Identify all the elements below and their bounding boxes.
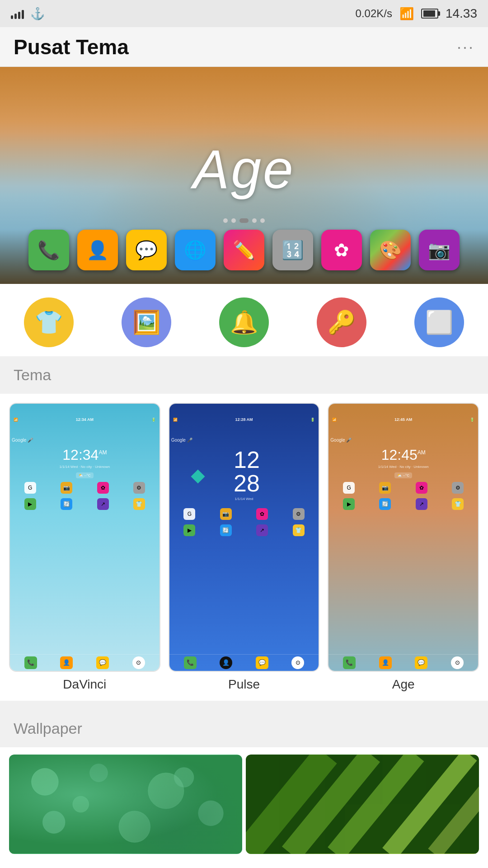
more-menu-button[interactable]: ···	[457, 38, 474, 57]
wallpaper-section-label: Wallpaper	[14, 720, 82, 737]
mock-share-icon: ↗	[97, 498, 109, 510]
mock-davinci-statusbar: 📶 12:34 AM 🔋	[10, 404, 160, 436]
svg-point-3	[148, 773, 184, 809]
mock-dialer-icon: 📞	[24, 656, 37, 669]
theme-name-age: Age	[392, 677, 415, 692]
dot-3-active	[239, 218, 249, 223]
wifi-icon: 📶	[399, 7, 414, 21]
themes-circle-icon: 👕	[24, 297, 74, 347]
mock-sync-icon: 🔄	[61, 498, 72, 510]
usb-icon: ⚓	[30, 7, 45, 21]
hero-dialer-icon: 📞	[28, 230, 69, 270]
dot-2	[231, 218, 236, 223]
mock-pulse-statusbar: 📶 12:28 AM 🔋	[169, 404, 319, 436]
theme-card-age[interactable]: 📶 12:45 AM 🔋 Google 🎤 12:45AM 1/1/14 Wed…	[328, 403, 479, 692]
category-row: 👕 🖼️ 🔔 🔑 ⬜	[0, 284, 488, 356]
theme-preview-age: 📶 12:45 AM 🔋 Google 🎤 12:45AM 1/1/14 Wed…	[328, 403, 479, 672]
svg-rect-0	[9, 755, 242, 854]
wallpaper-section	[0, 747, 488, 868]
wallpaper-thumb-water[interactable]	[9, 755, 242, 854]
wallpaper-grid	[0, 747, 488, 861]
hero-messaging-icon: 💬	[126, 230, 167, 270]
svg-point-6	[198, 801, 224, 826]
category-fonts[interactable]: ⬜	[414, 297, 464, 347]
category-ringtones[interactable]: 🔔	[219, 297, 269, 347]
svg-point-4	[42, 811, 65, 834]
mock-contacts-icon: 👤	[60, 656, 73, 669]
mock-playstore-icon: ▶	[24, 498, 36, 510]
dot-1	[223, 218, 228, 223]
themes-grid: 📶 12:34 AM 🔋 Google 🎤 12:34AM 1/1/14 Wed…	[9, 403, 479, 692]
hero-banner: Age 📞 👤 💬 🌐 ✏️ 🔢 ✿ 🎨 📷	[0, 67, 488, 284]
dot-5	[260, 218, 265, 223]
mock-chrome-icon: ⊙	[132, 656, 145, 669]
theme-card-davinci[interactable]: 📶 12:34 AM 🔋 Google 🎤 12:34AM 1/1/14 Wed…	[9, 403, 160, 692]
status-right: 0.02K/s 📶 14.33	[356, 6, 477, 21]
category-wallpapers[interactable]: 🖼️	[122, 297, 171, 347]
signal-bars-icon	[11, 8, 24, 19]
mock-msg-icon: 💬	[96, 656, 109, 669]
category-themes[interactable]: 👕	[24, 297, 74, 347]
header: Pusat Tema ···	[0, 27, 488, 67]
battery-icon	[421, 9, 438, 19]
wallpaper-thumb-green[interactable]	[246, 755, 479, 854]
hero-icons-row: 📞 👤 💬 🌐 ✏️ 🔢 ✿ 🎨 📷	[0, 230, 488, 270]
hero-dots	[0, 214, 488, 225]
network-speed: 0.02K/s	[356, 7, 392, 20]
svg-point-8	[174, 768, 194, 788]
status-bar: ⚓ 0.02K/s 📶 14.33	[0, 0, 488, 27]
hero-flower-icon: ✿	[321, 230, 362, 270]
mock-camera-icon: 📷	[61, 482, 72, 494]
theme-name-davinci: DaVinci	[63, 677, 106, 692]
dot-4	[252, 218, 257, 223]
status-time: 14.33	[446, 6, 477, 21]
mock-gallery-icon: ✿	[97, 482, 109, 494]
hero-theme-title: Age	[193, 138, 295, 200]
theme-name-pulse: Pulse	[228, 677, 260, 692]
category-lockscreen[interactable]: 🔑	[317, 297, 366, 347]
tema-section-header: Tema	[0, 356, 488, 394]
theme-preview-pulse: 📶 12:28 AM 🔋 Google 🎤 12 28 1/1/14 Wed G…	[169, 403, 320, 672]
theme-card-pulse[interactable]: 📶 12:28 AM 🔋 Google 🎤 12 28 1/1/14 Wed G…	[169, 403, 320, 692]
hero-draw-icon: ✏️	[224, 230, 264, 270]
mock-google-icon: G	[24, 482, 36, 494]
mock-settings-icon: ⚙	[133, 482, 145, 494]
wallpaper-section-header: Wallpaper	[0, 710, 488, 747]
svg-point-2	[90, 764, 108, 782]
svg-point-1	[32, 769, 59, 796]
hero-camera-icon: 📷	[419, 230, 460, 270]
fonts-circle-icon: ⬜	[414, 297, 464, 347]
wallpapers-circle-icon: 🖼️	[122, 297, 171, 347]
page-title: Pusat Tema	[14, 35, 129, 59]
hero-browser-icon: 🌐	[175, 230, 216, 270]
ringtones-circle-icon: 🔔	[219, 297, 269, 347]
hero-contacts-icon: 👤	[77, 230, 118, 270]
status-left: ⚓	[11, 7, 45, 21]
themes-section: 📶 12:34 AM 🔋 Google 🎤 12:34AM 1/1/14 Wed…	[0, 394, 488, 701]
svg-point-7	[73, 796, 89, 812]
tema-section-label: Tema	[14, 366, 51, 383]
svg-point-5	[119, 811, 150, 842]
mock-age-statusbar: 📶 12:45 AM 🔋	[328, 404, 478, 436]
hero-palette-icon: 🎨	[370, 230, 411, 270]
lockscreen-circle-icon: 🔑	[317, 297, 366, 347]
mock-theme-icon: 👕	[133, 498, 145, 510]
hero-calculator-icon: 🔢	[272, 230, 313, 270]
theme-preview-davinci: 📶 12:34 AM 🔋 Google 🎤 12:34AM 1/1/14 Wed…	[9, 403, 160, 672]
